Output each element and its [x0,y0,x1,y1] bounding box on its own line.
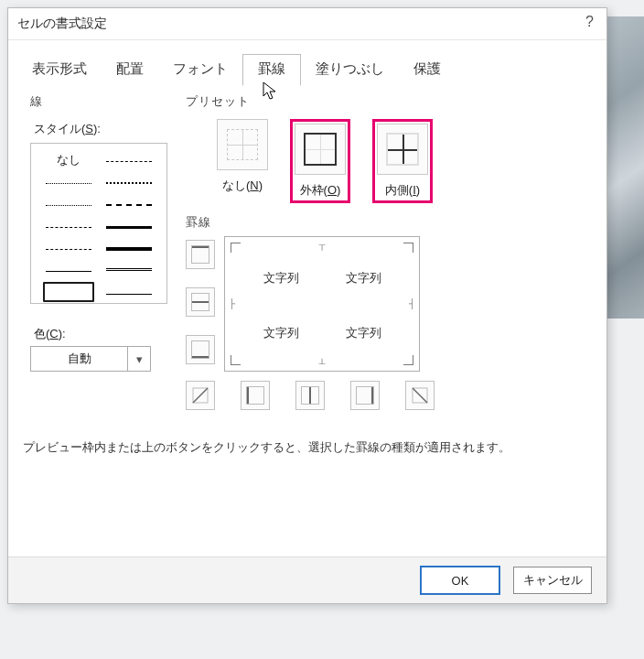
line-style-13[interactable] [99,281,159,306]
line-style-8[interactable] [99,215,159,237]
titlebar: セルの書式設定 ? [8,8,606,40]
line-group-title: 線 [30,93,177,110]
preset-none-icon [227,129,258,160]
border-left-buttons [186,236,215,372]
dialog-title: セルの書式設定 [17,16,107,32]
tab-number-format[interactable]: 表示形式 [17,55,102,85]
line-style-7[interactable] [38,215,99,237]
preset-outside-label: 外枠(O) [300,182,341,199]
tab-font[interactable]: フォント [158,55,242,85]
line-color-dropdown[interactable]: 自動 ▾ [30,346,151,372]
border-diag-up-button[interactable] [186,381,215,410]
preset-inside-label: 内側(I) [385,182,420,199]
line-style-12[interactable] [99,259,159,281]
border-mid-h-button[interactable] [186,287,215,317]
tab-border[interactable]: 罫線 [242,54,301,86]
preview-cell-3: 文字列 [263,325,299,341]
svg-line-3 [413,388,427,403]
tab-strip: 表示形式 配置 フォント 罫線 塗りつぶし 保護 [17,53,597,86]
tab-protection[interactable]: 保護 [399,55,456,85]
cancel-button[interactable]: キャンセル [513,567,592,594]
border-right-button[interactable] [350,381,380,410]
tab-alignment[interactable]: 配置 [102,55,158,85]
line-style-3[interactable] [38,171,99,193]
border-bottom-buttons [186,381,588,410]
preset-outside[interactable]: 外枠(O) [290,119,350,203]
ok-button[interactable]: OK [420,566,500,595]
line-style-4[interactable] [99,171,159,193]
preview-cell-1: 文字列 [263,270,299,286]
svg-line-1 [193,388,208,403]
preset-row: なし(N) 外枠(O) 内側(I) [217,119,588,203]
preset-none[interactable]: なし(N) [217,119,268,203]
border-mid-v-button[interactable] [295,381,325,410]
border-section: 罫線 ┬┴ ├┤ 文字列 文字列 文字列 [186,214,588,410]
chevron-down-icon: ▾ [127,347,150,371]
preset-inside[interactable]: 内側(I) [372,119,433,203]
preset-inside-icon [386,133,419,166]
border-left-button[interactable] [241,381,270,410]
line-style-10[interactable] [99,237,159,259]
preset-group-title: プリセット [186,93,588,110]
right-column: プリセット なし(N) 外枠(O) 内側(I) 罫線 [186,93,588,410]
line-style-label: スタイル(S): [34,121,177,137]
border-top-button[interactable] [186,240,215,269]
line-style-2[interactable] [99,149,159,171]
dialog-footer: OK キャンセル [8,556,606,603]
tab-content: 線 スタイル(S): なし [8,86,606,421]
border-bottom-button[interactable] [186,335,215,364]
tab-fill[interactable]: 塗りつぶし [301,55,399,85]
preset-outside-icon [304,133,337,166]
format-cells-dialog: セルの書式設定 ? 表示形式 配置 フォント 罫線 塗りつぶし 保護 線 スタイ… [7,7,607,604]
line-style-selected[interactable] [38,281,99,306]
line-style-list[interactable]: なし [30,143,167,304]
line-style-9[interactable] [38,237,99,259]
line-group: 線 スタイル(S): なし [30,93,177,410]
line-style-none[interactable]: なし [38,149,99,171]
border-group-title: 罫線 [186,214,588,231]
help-button[interactable]: ? [585,14,594,30]
preview-cell-2: 文字列 [346,270,381,286]
line-style-11[interactable] [38,259,99,281]
preset-none-label: なし(N) [222,178,263,194]
line-style-6[interactable] [99,193,159,215]
line-style-5[interactable] [38,193,99,215]
preview-cell-4: 文字列 [346,325,381,341]
line-color-value: 自動 [31,351,127,367]
line-color-label: 色(C): [34,326,177,342]
border-diag-down-button[interactable] [405,381,435,410]
hint-text: プレビュー枠内または上のボタンをクリックすると、選択した罫線の種類が適用されます… [23,439,592,456]
border-preview[interactable]: ┬┴ ├┤ 文字列 文字列 文字列 文字列 [224,236,420,372]
